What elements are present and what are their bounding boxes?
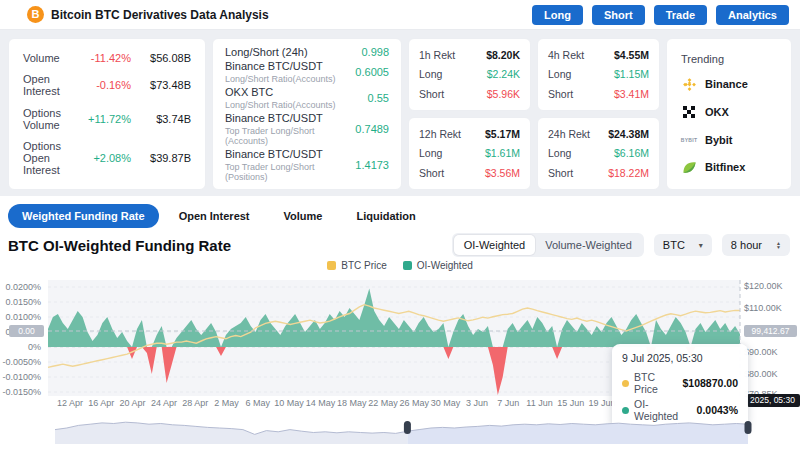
rekt-cards-grid: 1h Rekt $8.20K Long $2.24K Short $5.96K … — [408, 38, 660, 190]
x-axis-tick: 22 May — [368, 398, 398, 408]
rekt-long-value: $1.61M — [485, 147, 520, 159]
oi-weighted-swatch-icon — [403, 261, 412, 270]
chart-tabs: Weighted Funding Rate Open Interest Volu… — [8, 204, 430, 228]
y-axis-left-tick: 0.0150% — [5, 297, 41, 307]
rekt-row: Short $18.22M — [548, 167, 649, 179]
ratio-label: Binance BTC/USDT — [225, 148, 349, 160]
spinner-icon: ▲▼ — [776, 241, 781, 249]
crosshair-time-badge: 2025, 05:30 — [747, 394, 800, 407]
ratio-row: Long/Short (24h) 0.998 — [225, 46, 389, 58]
toggle-oi-weighted[interactable]: OI-Weighted — [454, 235, 536, 255]
binance-icon — [681, 76, 697, 92]
ratio-text: Binance BTC/USDT Top Trader Long/Short (… — [225, 148, 355, 182]
tab-weighted-funding-rate[interactable]: Weighted Funding Rate — [8, 204, 159, 228]
symbol-select-value: BTC — [663, 239, 685, 251]
bitcoin-icon: B — [27, 6, 44, 23]
ratio-text: Binance BTC/USDT Top Trader Long/Short (… — [225, 112, 355, 146]
tab-liquidation[interactable]: Liquidation — [342, 204, 429, 228]
stat-value: $73.48B — [131, 79, 191, 91]
x-axis-tick: 24 Apr — [151, 398, 177, 408]
rekt-row: 12h Rekt $5.17M — [419, 128, 520, 140]
trending-item-bitfinex[interactable]: Bitfinex — [681, 159, 777, 175]
stat-value: $3.74B — [131, 113, 191, 125]
stat-row: Open Interest -0.16% $73.48B — [23, 73, 191, 97]
rekt-short-label: Short — [419, 167, 444, 179]
stat-change: -11.42% — [75, 52, 131, 64]
stat-value: $56.08B — [131, 52, 191, 64]
legend-item-oi-weighted[interactable]: OI-Weighted — [403, 260, 473, 271]
ratio-row: OKX BTC Long/Short Ratio(Accounts) 0.55 — [225, 86, 389, 110]
tooltip-value: $108870.00 — [683, 377, 738, 389]
x-axis-tick: 15 Jun — [557, 398, 584, 408]
y-axis-right-tick: $110.00K — [744, 303, 782, 313]
y-axis-left-tick: 0% — [28, 342, 41, 352]
rekt-card-1h: 1h Rekt $8.20K Long $2.24K Short $5.96K — [408, 38, 531, 111]
tab-volume[interactable]: Volume — [270, 204, 337, 228]
stat-label: Options Open Interest — [23, 140, 75, 176]
rekt-short-value: $18.22M — [608, 167, 649, 179]
rekt-row: Short $5.96K — [419, 88, 520, 100]
bybit-icon: BYBIT — [681, 132, 697, 148]
tab-open-interest[interactable]: Open Interest — [165, 204, 264, 228]
ratio-row: Binance BTC/USDT Top Trader Long/Short (… — [225, 148, 389, 182]
rekt-total: $8.20K — [486, 49, 520, 61]
rekt-short-value: $3.56M — [485, 167, 520, 179]
x-axis-tick: 11 Jun — [526, 398, 552, 408]
rekt-row: 24h Rekt $24.38M — [548, 128, 649, 140]
x-axis-tick: 28 Apr — [182, 398, 208, 408]
navigator-handle[interactable] — [404, 421, 411, 434]
ratio-row: Binance BTC/USDT Long/Short Ratio(Accoun… — [225, 60, 389, 84]
trending-item-label: Binance — [705, 78, 748, 90]
trade-button[interactable]: Trade — [654, 5, 707, 25]
trending-item-bybit[interactable]: BYBIT Bybit — [681, 132, 777, 148]
rekt-long-value: $6.16M — [614, 147, 649, 159]
rekt-short-value: $5.96K — [487, 88, 520, 100]
navigator-handle[interactable] — [745, 421, 752, 434]
long-button[interactable]: Long — [532, 5, 583, 25]
y-axis-right-tick: $80.00K — [744, 369, 778, 379]
ratio-value: 1.4173 — [355, 159, 389, 171]
stat-label: Volume — [23, 52, 75, 64]
interval-select[interactable]: 8 hour ▲▼ — [722, 234, 790, 256]
navigator-area-left — [55, 422, 407, 444]
legend-item-btc-price[interactable]: BTC Price — [327, 260, 387, 271]
stat-label: Options Volume — [23, 107, 75, 131]
rekt-row: Short $3.56M — [419, 167, 520, 179]
y-axis-left-tick: 0.0100% — [5, 312, 41, 322]
stat-value: $39.87B — [131, 152, 191, 164]
rekt-long-label: Long — [419, 68, 442, 80]
x-axis-tick: 12 Apr — [57, 398, 83, 408]
stat-label: Open Interest — [23, 73, 75, 97]
rekt-row: 4h Rekt $4.55M — [548, 49, 649, 61]
rekt-short-label: Short — [548, 88, 573, 100]
toggle-volume-weighted[interactable]: Volume-Weighted — [535, 235, 642, 255]
header-buttons: Long Short Trade Analytics — [532, 5, 789, 25]
ratio-text: Binance BTC/USDT Long/Short Ratio(Accoun… — [225, 60, 355, 84]
legend-label: BTC Price — [341, 260, 387, 271]
app-header: B Bitcoin BTC Derivatives Data Analysis … — [0, 0, 800, 30]
short-button[interactable]: Short — [592, 5, 645, 25]
rekt-short-value: $3.41M — [614, 88, 649, 100]
rekt-card-12h: 12h Rekt $5.17M Long $1.61M Short $3.56M — [408, 117, 531, 190]
analytics-button[interactable]: Analytics — [716, 5, 789, 25]
rekt-long-value: $2.24K — [487, 68, 520, 80]
trending-item-binance[interactable]: Binance — [681, 76, 777, 92]
chart-navigator[interactable] — [0, 410, 800, 448]
trending-item-okx[interactable]: OKX — [681, 104, 777, 120]
bitfinex-icon — [681, 159, 697, 175]
rekt-short-label: Short — [419, 88, 444, 100]
ratio-value: 0.998 — [361, 46, 389, 58]
y-axis-left-tick: -0.0050% — [2, 357, 41, 367]
symbol-select[interactable]: BTC ▾ — [654, 234, 712, 256]
x-axis-tick: 16 Apr — [88, 398, 114, 408]
y-axis-left-tick: 0.0200% — [5, 282, 41, 292]
crosshair-left-badge: 0.00 — [9, 325, 44, 337]
x-axis-tick: 14 May — [306, 398, 336, 408]
rekt-title: 12h Rekt — [419, 128, 461, 140]
interval-select-value: 8 hour — [731, 239, 762, 251]
rekt-card-24h: 24h Rekt $24.38M Long $6.16M Short $18.2… — [537, 117, 660, 190]
ratio-label: Long/Short (24h) — [225, 46, 355, 58]
trending-item-label: Bybit — [705, 134, 733, 146]
chart-controls: OI-Weighted Volume-Weighted BTC ▾ 8 hour… — [452, 233, 790, 257]
chart-panel: Weighted Funding Rate Open Interest Volu… — [0, 196, 800, 454]
